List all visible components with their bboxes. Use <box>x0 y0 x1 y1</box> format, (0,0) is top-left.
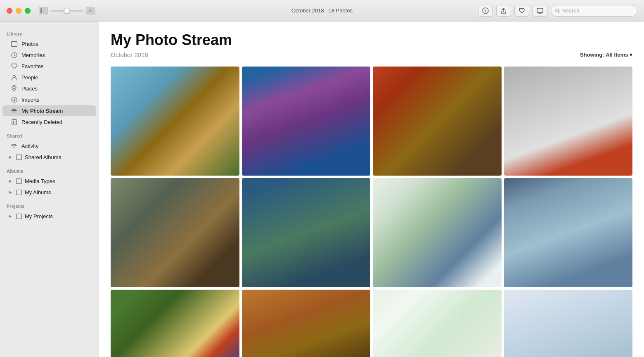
sidebar-item-label-media-types: Media Types <box>25 178 55 184</box>
zoom-slider[interactable] <box>50 10 83 12</box>
projects-section-label: Projects <box>0 198 99 210</box>
media-types-expand-icon: ▶ <box>9 179 13 183</box>
photo-cell-6[interactable] <box>242 178 371 287</box>
sidebar-item-label-places: Places <box>21 86 38 92</box>
activity-icon <box>11 143 17 149</box>
sidebar-item-label-shared-albums: Shared Albums <box>25 154 61 160</box>
sidebar-item-my-albums[interactable]: ▶ My Albums <box>2 187 96 198</box>
content-area: My Photo Stream October 2018 Showing: Al… <box>99 21 644 357</box>
svg-line-8 <box>559 12 559 12</box>
my-albums-expand-icon: ▶ <box>9 190 13 194</box>
svg-point-11 <box>13 75 15 78</box>
photo-cell-5[interactable] <box>111 178 239 287</box>
photos-icon <box>11 40 17 47</box>
svg-rect-15 <box>12 120 17 125</box>
titlebar-center-text: October 2018 · 18 Photos <box>291 7 353 14</box>
albums-section-label: Albums <box>0 163 99 175</box>
sidebar-item-photos[interactable]: Photos <box>2 38 96 49</box>
svg-text:i: i <box>485 9 486 13</box>
imports-icon <box>11 96 17 103</box>
showing-label: Showing: <box>580 52 604 58</box>
favorite-button[interactable] <box>514 5 529 17</box>
my-projects-icon <box>16 213 22 219</box>
close-button[interactable] <box>7 8 12 14</box>
sidebar-item-label-favorites: Favorites <box>21 63 43 69</box>
svg-rect-1 <box>43 8 46 13</box>
shared-albums-icon <box>16 154 22 160</box>
sidebar-toggle-button[interactable] <box>39 7 48 14</box>
window-controls <box>7 8 31 14</box>
shared-section-label: Shared <box>0 128 99 140</box>
minimize-button[interactable] <box>16 8 21 14</box>
svg-rect-9 <box>11 41 17 46</box>
content-date: October 2018 <box>111 51 148 58</box>
svg-rect-20 <box>17 178 22 183</box>
maximize-button[interactable] <box>25 8 31 14</box>
svg-rect-19 <box>17 155 22 159</box>
photo-cell-12[interactable] <box>504 290 633 357</box>
svg-point-14 <box>14 112 15 113</box>
sidebar-item-label-my-projects: My Projects <box>25 213 53 219</box>
photo-cell-8[interactable] <box>504 178 633 287</box>
svg-point-18 <box>14 147 15 148</box>
sidebar-item-places[interactable]: Places <box>2 83 96 94</box>
showing-value: All Items <box>606 52 628 58</box>
zoom-slider-thumb[interactable] <box>64 8 70 14</box>
photo-cell-1[interactable] <box>111 67 239 176</box>
svg-rect-6 <box>537 8 543 12</box>
sidebar-item-label-recently-deleted: Recently Deleted <box>21 119 62 125</box>
share-button[interactable] <box>496 5 511 17</box>
sidebar-item-media-types[interactable]: ▶ Media Types <box>2 176 96 186</box>
photo-cell-7[interactable] <box>373 178 502 287</box>
showing-selector[interactable]: Showing: All Items ▾ <box>580 52 632 58</box>
my-photo-stream-icon <box>11 107 17 114</box>
search-box[interactable] <box>551 5 637 17</box>
sidebar-item-shared-albums[interactable]: ▶ Shared Albums <box>2 152 96 162</box>
sidebar-item-people[interactable]: People <box>2 72 96 83</box>
my-projects-expand-icon: ▶ <box>9 214 13 218</box>
media-types-icon <box>16 178 22 184</box>
photo-cell-2[interactable] <box>242 67 371 176</box>
recently-deleted-icon <box>11 119 17 125</box>
sidebar-item-recently-deleted[interactable]: Recently Deleted <box>2 117 96 127</box>
info-button[interactable]: i <box>478 5 493 17</box>
sidebar-item-label-my-albums: My Albums <box>25 189 51 195</box>
search-icon <box>555 8 560 13</box>
titlebar: October 2018 · 18 Photos i <box>0 0 644 21</box>
svg-point-7 <box>556 9 559 12</box>
search-input[interactable] <box>562 7 633 14</box>
photo-cell-9[interactable] <box>111 290 239 357</box>
slider-area <box>39 7 95 14</box>
slideshow-button[interactable] <box>86 7 95 14</box>
sidebar-item-label-photos: Photos <box>21 41 38 47</box>
svg-rect-21 <box>17 190 22 195</box>
sidebar-item-label-my-photo-stream: My Photo Stream <box>21 108 63 114</box>
titlebar-right: i <box>478 5 637 17</box>
sidebar-item-label-memories: Memories <box>21 52 45 58</box>
sidebar-item-label-activity: Activity <box>21 143 38 149</box>
sidebar-item-imports[interactable]: Imports <box>2 94 96 105</box>
sidebar-item-my-projects[interactable]: ▶ My Projects <box>2 211 96 221</box>
svg-point-12 <box>13 86 15 89</box>
photo-cell-10[interactable] <box>242 290 371 357</box>
svg-rect-0 <box>40 8 42 13</box>
sidebar-item-my-photo-stream[interactable]: My Photo Stream <box>2 105 96 116</box>
memories-icon <box>11 52 17 58</box>
showing-chevron: ▾ <box>630 52 632 58</box>
titlebar-title: October 2018 · 18 Photos <box>291 7 353 14</box>
people-icon <box>11 74 17 81</box>
sidebar: Library Photos Memories Favorites <box>0 21 99 357</box>
sidebar-item-activity[interactable]: Activity <box>2 140 96 151</box>
sidebar-item-memories[interactable]: Memories <box>2 50 96 60</box>
content-subtitle-row: October 2018 Showing: All Items ▾ <box>111 51 632 58</box>
sidebar-item-favorites[interactable]: Favorites <box>2 61 96 71</box>
svg-rect-22 <box>17 214 22 219</box>
photo-cell-3[interactable] <box>373 67 502 176</box>
photo-cell-11[interactable] <box>373 290 502 357</box>
shared-albums-expand-icon: ▶ <box>9 155 13 159</box>
my-albums-icon <box>16 189 22 195</box>
slideshow-tb-button[interactable] <box>533 5 547 17</box>
main-layout: Library Photos Memories Favorites <box>0 21 644 357</box>
sidebar-item-label-people: People <box>21 74 38 81</box>
photo-cell-4[interactable] <box>504 67 633 176</box>
